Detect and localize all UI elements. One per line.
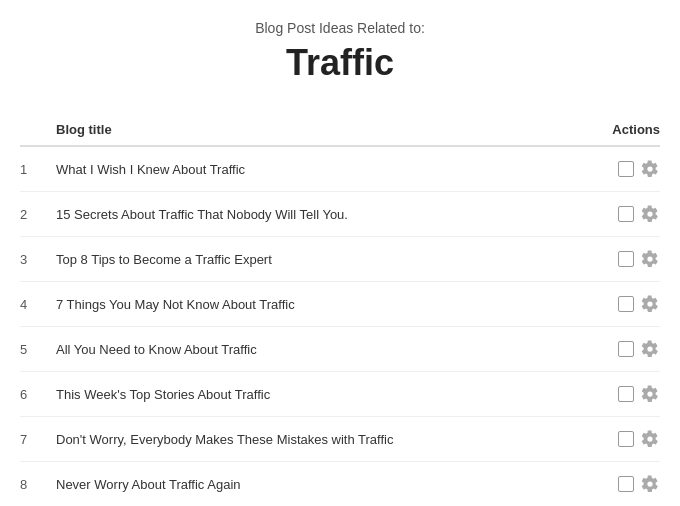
row-blog-title: Never Worry About Traffic Again (56, 477, 570, 492)
row-actions (570, 204, 660, 224)
row-blog-title: What I Wish I Knew About Traffic (56, 162, 570, 177)
col-actions-header: Actions (570, 122, 660, 137)
table-row: 5 All You Need to Know About Traffic (20, 327, 660, 372)
table-row: 7 Don't Worry, Everybody Makes These Mis… (20, 417, 660, 462)
row-number: 6 (20, 387, 56, 402)
gear-icon[interactable] (640, 159, 660, 179)
gear-icon[interactable] (640, 339, 660, 359)
row-actions (570, 294, 660, 314)
row-checkbox[interactable] (618, 341, 634, 357)
table-row: 4 7 Things You May Not Know About Traffi… (20, 282, 660, 327)
header-subtitle: Blog Post Ideas Related to: (20, 20, 660, 36)
page-header: Blog Post Ideas Related to: Traffic (0, 0, 680, 94)
row-actions (570, 339, 660, 359)
row-number: 3 (20, 252, 56, 267)
row-blog-title: All You Need to Know About Traffic (56, 342, 570, 357)
gear-icon[interactable] (640, 474, 660, 494)
row-blog-title: 15 Secrets About Traffic That Nobody Wil… (56, 207, 570, 222)
row-number: 7 (20, 432, 56, 447)
row-number: 1 (20, 162, 56, 177)
row-checkbox[interactable] (618, 386, 634, 402)
row-actions (570, 159, 660, 179)
gear-icon[interactable] (640, 249, 660, 269)
table-rows-container: 1 What I Wish I Knew About Traffic 2 15 … (20, 147, 660, 506)
row-blog-title: Don't Worry, Everybody Makes These Mista… (56, 432, 570, 447)
table-row: 3 Top 8 Tips to Become a Traffic Expert (20, 237, 660, 282)
table-row: 8 Never Worry About Traffic Again (20, 462, 660, 506)
row-actions (570, 384, 660, 404)
row-number: 8 (20, 477, 56, 492)
row-number: 4 (20, 297, 56, 312)
row-checkbox[interactable] (618, 296, 634, 312)
col-title-header: Blog title (56, 122, 570, 137)
row-blog-title: This Week's Top Stories About Traffic (56, 387, 570, 402)
table-row: 1 What I Wish I Knew About Traffic (20, 147, 660, 192)
gear-icon[interactable] (640, 204, 660, 224)
row-number: 2 (20, 207, 56, 222)
gear-icon[interactable] (640, 384, 660, 404)
row-blog-title: 7 Things You May Not Know About Traffic (56, 297, 570, 312)
row-checkbox[interactable] (618, 206, 634, 222)
table-header: Blog title Actions (20, 114, 660, 147)
row-checkbox[interactable] (618, 476, 634, 492)
header-title: Traffic (20, 42, 660, 84)
row-checkbox[interactable] (618, 251, 634, 267)
blog-ideas-table: Blog title Actions 1 What I Wish I Knew … (0, 114, 680, 506)
row-checkbox[interactable] (618, 431, 634, 447)
row-number: 5 (20, 342, 56, 357)
row-actions (570, 429, 660, 449)
row-actions (570, 249, 660, 269)
table-row: 6 This Week's Top Stories About Traffic (20, 372, 660, 417)
gear-icon[interactable] (640, 294, 660, 314)
row-actions (570, 474, 660, 494)
table-row: 2 15 Secrets About Traffic That Nobody W… (20, 192, 660, 237)
gear-icon[interactable] (640, 429, 660, 449)
row-blog-title: Top 8 Tips to Become a Traffic Expert (56, 252, 570, 267)
row-checkbox[interactable] (618, 161, 634, 177)
